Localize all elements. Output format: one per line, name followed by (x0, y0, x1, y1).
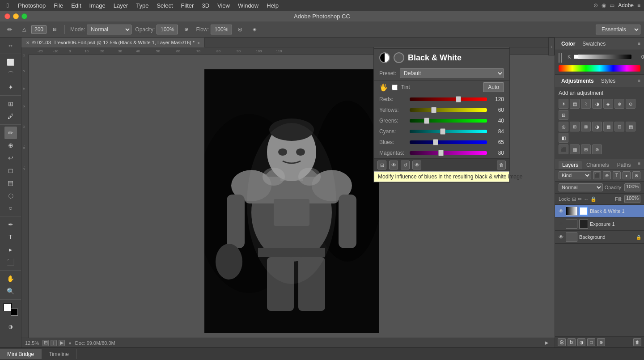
greens-slider[interactable] (410, 119, 487, 123)
eyedropper-tool[interactable]: 🖊 (4, 110, 17, 123)
channels-tab[interactable]: Channels (583, 161, 613, 169)
k-slider[interactable] (574, 55, 631, 59)
swatches-panel-tab[interactable]: Swatches (580, 40, 608, 48)
bw-adj-icon[interactable]: ⊟ (559, 110, 568, 120)
minimize-window-button[interactable] (13, 13, 19, 19)
fg-bg-colors[interactable] (4, 303, 18, 316)
gradient-map-adj-icon[interactable]: ▤ (626, 122, 636, 131)
menu-layer[interactable]: Layer (110, 1, 132, 10)
layer-item-exposure1[interactable]: 👁 Exposure 1 (555, 218, 644, 231)
history-brush-tool[interactable]: ↩ (4, 152, 17, 164)
magic-wand-tool[interactable]: ✦ (4, 81, 17, 93)
lock-all-icon[interactable]: 🔒 (590, 196, 597, 202)
hand-tool[interactable]: ✋ (4, 272, 17, 285)
solid-color-adj-icon[interactable]: ⬛ (559, 144, 568, 154)
pressure-icon[interactable]: ◈ (248, 23, 261, 36)
smart-object-adj-icon[interactable]: ⊗ (592, 144, 602, 154)
tint-checkbox[interactable] (392, 85, 398, 90)
gradient-tool[interactable]: ▤ (4, 177, 17, 189)
preset-select[interactable]: Default (400, 68, 504, 78)
menu-select[interactable]: Select (153, 1, 176, 10)
mode-select[interactable]: Normal (87, 25, 131, 34)
adjustments-options[interactable]: ≡ (638, 78, 640, 83)
background-color[interactable] (11, 309, 18, 316)
exposure-adj-icon[interactable]: ◑ (592, 99, 602, 109)
document-tab[interactable]: ✕ © 02–03_Trevor606-Edit.psd @ 12.5% (Bl… (21, 38, 205, 47)
clip-to-layer-btn[interactable]: ⊟ (377, 161, 386, 169)
filter-adjustment-btn[interactable]: ⊕ (603, 171, 611, 179)
adjustments-panel-tab[interactable]: Adjustments (559, 77, 597, 85)
filter-shape-btn[interactable]: ▸ (623, 171, 631, 179)
maximize-window-button[interactable] (21, 13, 27, 19)
levels-adj-icon[interactable]: ▤ (570, 99, 580, 109)
hsl-adj-icon[interactable]: ⊕ (614, 99, 624, 109)
add-mask-btn[interactable]: ◑ (577, 338, 585, 346)
layer-item-background[interactable]: 👁 Background 🔒 (555, 231, 644, 244)
brush-tool[interactable]: ✏ (4, 127, 17, 139)
right-panel-collapse-button[interactable]: ‹ (548, 38, 555, 55)
lock-transparent-icon[interactable]: ⊟ (572, 196, 576, 202)
cyans-slider[interactable] (410, 130, 487, 133)
pen-tool[interactable]: ✒ (4, 218, 17, 231)
type-tool[interactable]: T (4, 231, 17, 243)
create-group-btn[interactable]: □ (587, 338, 595, 346)
status-expand[interactable]: ▶ (545, 340, 551, 346)
menu-3d[interactable]: 3D (198, 1, 213, 10)
invert-adj-icon[interactable]: ◑ (592, 122, 602, 131)
apple-logo-icon[interactable]:  (4, 1, 12, 9)
threshold-adj-icon[interactable]: ⊡ (614, 122, 624, 131)
posterize-adj-icon[interactable]: ▦ (603, 122, 613, 131)
auto-button[interactable]: Auto (483, 82, 504, 92)
brush-size-input[interactable]: 200 (31, 25, 47, 34)
timeline-tab[interactable]: Timeline (42, 349, 76, 359)
filter-pixel-btn[interactable]: ⬛ (593, 171, 601, 179)
doc-tab-close[interactable]: ✕ (26, 40, 30, 45)
layer-opacity-input[interactable]: 100% (624, 183, 640, 191)
marquee-tool[interactable]: ⬜ (4, 56, 17, 68)
layer-item-bw1[interactable]: 👁 Black & White 1 (555, 205, 644, 218)
lock-position-icon[interactable]: ↔ (584, 196, 589, 202)
yellows-slider[interactable] (410, 108, 487, 112)
path-select-tool[interactable]: ▸ (4, 243, 17, 256)
shape-tool[interactable]: ⬛ (4, 256, 17, 268)
reds-slider[interactable] (410, 97, 487, 101)
channel-mixer-adj-icon[interactable]: ⊞ (570, 122, 580, 131)
menu-help[interactable]: Help (263, 1, 282, 10)
brush-size-decrease[interactable]: △ (18, 23, 30, 36)
layer-vis-bw1[interactable]: 👁 (558, 208, 564, 214)
color-spectrum-bar[interactable] (559, 65, 640, 72)
brush-tool-icon[interactable]: ✏ (4, 23, 16, 36)
color-balance-adj-icon[interactable]: ⊙ (626, 99, 636, 109)
selective-color-adj-icon[interactable]: ◧ (559, 133, 568, 143)
brightness-contrast-adj-icon[interactable]: ☀ (559, 99, 568, 109)
layer-kind-filter[interactable]: Kind (559, 171, 591, 179)
layer-blend-mode[interactable]: Normal (559, 183, 603, 191)
menu-photoshop[interactable]: Photoshop (14, 1, 49, 10)
paths-tab[interactable]: Paths (614, 161, 635, 169)
styles-panel-tab[interactable]: Styles (598, 77, 619, 85)
color-panel-tab[interactable]: Color (559, 40, 578, 48)
move-tool[interactable]: ↔ (4, 39, 17, 52)
magentas-slider[interactable] (410, 151, 487, 155)
workspace-select[interactable]: Essentials (596, 25, 640, 34)
target-adjust-hand-icon[interactable]: 🖐 (379, 83, 388, 92)
toggle-visibility-btn[interactable]: 👁 (412, 161, 421, 169)
blues-slider[interactable] (410, 140, 487, 144)
zoom-tool[interactable]: 🔍 (4, 285, 17, 297)
curves-adj-icon[interactable]: ⌇ (581, 99, 591, 109)
fill-value[interactable]: 100% (624, 195, 640, 203)
flow-input[interactable] (211, 25, 232, 34)
reset-btn[interactable]: ↺ (401, 161, 410, 169)
bg-color-swatch[interactable] (561, 53, 562, 63)
vibrance-adj-icon[interactable]: ◈ (603, 99, 613, 109)
gradient-fill-adj-icon[interactable]: ▩ (570, 144, 580, 154)
menu-file[interactable]: File (50, 1, 67, 10)
layer-vis-exposure1[interactable]: 👁 (558, 221, 564, 227)
status-arrow-icon[interactable]: ▶ (59, 340, 65, 346)
filter-type-btn[interactable]: T (613, 171, 621, 179)
photo-filter-adj-icon[interactable]: ◎ (559, 122, 568, 131)
menu-view[interactable]: View (214, 1, 233, 10)
menu-filter[interactable]: Filter (178, 1, 198, 10)
brush-options-icon[interactable]: ⊟ (48, 23, 61, 36)
lasso-tool[interactable]: ⌒ (4, 68, 17, 81)
